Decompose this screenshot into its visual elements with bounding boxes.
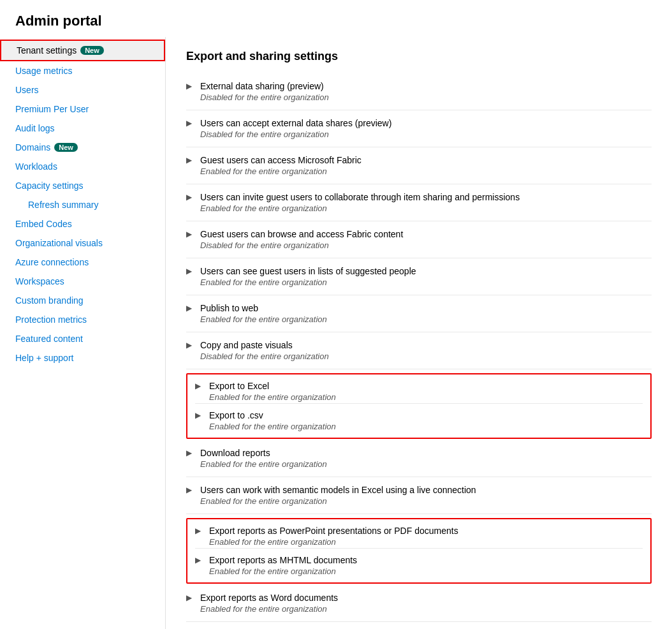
setting-row-export-to-csv: ▶Export to .csvEnabled for the entire or… [195, 410, 643, 431]
sidebar-item-featured-content[interactable]: Featured content [0, 329, 165, 348]
divider [186, 221, 652, 221]
divider [195, 548, 643, 549]
sidebar-item-organizational-visuals[interactable]: Organizational visuals [0, 233, 165, 253]
sidebar-item-workspaces[interactable]: Workspaces [0, 272, 165, 291]
setting-header-accept-external-data-shares[interactable]: ▶Users can accept external data shares (… [186, 118, 652, 128]
setting-name: Guest users can browse and access Fabric… [200, 229, 403, 239]
setting-name: Users can invite guest users to collabor… [200, 192, 520, 202]
setting-header-copy-paste-visuals[interactable]: ▶Copy and paste visuals [186, 340, 652, 350]
chevron-right-icon: ▶ [195, 411, 204, 420]
chevron-right-icon: ▶ [195, 556, 204, 565]
sidebar-item-label: Protection metrics [15, 314, 87, 325]
sidebar-item-capacity-settings[interactable]: Capacity settings [0, 176, 165, 195]
setting-row: ▶External data sharing (preview)Disabled… [186, 81, 652, 102]
setting-header-export-word-docs[interactable]: ▶Export reports as Word documents [186, 593, 652, 603]
sidebar-item-label: Workspaces [15, 276, 64, 286]
chevron-right-icon: ▶ [186, 193, 195, 202]
divider [186, 477, 652, 477]
setting-header-guest-browse-fabric[interactable]: ▶Guest users can browse and access Fabri… [186, 229, 652, 239]
setting-status: Disabled for the entire organization [200, 241, 652, 250]
main-content: Export and sharing settings ▶External da… [166, 37, 672, 629]
sidebar-item-usage-metrics[interactable]: Usage metrics [0, 61, 165, 80]
setting-status: Enabled for the entire organization [200, 459, 652, 469]
sidebar-item-label: Azure connections [15, 257, 89, 267]
chevron-right-icon: ▶ [186, 341, 195, 350]
page-title: Admin portal [0, 0, 672, 37]
sidebar-item-label: Usage metrics [15, 66, 72, 76]
divider [186, 369, 652, 369]
sidebar-item-refresh-summary[interactable]: Refresh summary [0, 195, 165, 214]
setting-header-guest-users-suggested[interactable]: ▶Users can see guest users in lists of s… [186, 266, 652, 276]
sidebar-item-azure-connections[interactable]: Azure connections [0, 253, 165, 272]
sidebar-item-label: Capacity settings [15, 181, 84, 191]
divider [186, 184, 652, 184]
setting-row: ▶Publish to webEnabled for the entire or… [186, 303, 652, 324]
setting-item-guest-access-fabric: ▶Guest users can access Microsoft Fabric… [186, 149, 652, 182]
setting-name: Users can accept external data shares (p… [200, 118, 391, 128]
setting-name: Export to .csv [209, 410, 263, 420]
setting-header-export-reports-mhtml[interactable]: ▶Export reports as MHTML documents [195, 555, 643, 565]
setting-group-group1: ▶Export to ExcelEnabled for the entire o… [186, 373, 652, 439]
sidebar-item-embed-codes[interactable]: Embed Codes [0, 214, 165, 233]
chevron-right-icon: ▶ [195, 381, 204, 390]
setting-name: Export reports as MHTML documents [209, 555, 357, 565]
sidebar-item-label: Featured content [15, 334, 83, 344]
chevron-right-icon: ▶ [186, 156, 195, 165]
setting-item-guest-users-suggested: ▶Users can see guest users in lists of s… [186, 260, 652, 293]
setting-header-invite-guest-users[interactable]: ▶Users can invite guest users to collabo… [186, 192, 652, 202]
setting-item-accept-external-data-shares: ▶Users can accept external data shares (… [186, 112, 652, 145]
setting-row: ▶Users can invite guest users to collabo… [186, 192, 652, 213]
sidebar-item-audit-logs[interactable]: Audit logs [0, 119, 165, 138]
divider [195, 403, 643, 404]
sidebar-item-tenant-settings[interactable]: Tenant settingsNew [0, 40, 165, 61]
setting-name: Copy and paste visuals [200, 340, 293, 350]
setting-row: ▶Users can see guest users in lists of s… [186, 266, 652, 287]
setting-header-download-reports[interactable]: ▶Download reports [186, 448, 652, 458]
sidebar-item-label: Domains [15, 142, 50, 152]
setting-row: ▶Guest users can browse and access Fabri… [186, 229, 652, 250]
sidebar-item-protection-metrics[interactable]: Protection metrics [0, 310, 165, 329]
setting-name: External data sharing (preview) [200, 81, 324, 91]
setting-header-external-data-sharing[interactable]: ▶External data sharing (preview) [186, 81, 652, 91]
divider [186, 147, 652, 147]
sidebar-item-label: Refresh summary [28, 200, 98, 210]
sidebar-item-label: Audit logs [15, 123, 54, 133]
divider [186, 110, 652, 110]
new-badge: New [80, 46, 104, 55]
setting-name: Export to Excel [209, 381, 269, 391]
setting-row: ▶Users can accept external data shares (… [186, 118, 652, 139]
setting-item-copy-paste-visuals: ▶Copy and paste visualsDisabled for the … [186, 334, 652, 367]
setting-header-semantic-models-excel[interactable]: ▶Users can work with semantic models in … [186, 485, 652, 495]
sidebar-item-domains[interactable]: DomainsNew [0, 138, 165, 157]
setting-status: Disabled for the entire organization [200, 352, 652, 361]
setting-row: ▶Export reports as Word documentsEnabled… [186, 593, 652, 614]
setting-status: Enabled for the entire organization [209, 537, 643, 547]
setting-row-export-reports-ppt-pdf: ▶Export reports as PowerPoint presentati… [195, 526, 643, 550]
sidebar-item-premium-per-user[interactable]: Premium Per User [0, 100, 165, 119]
divider [186, 514, 652, 514]
chevron-right-icon: ▶ [186, 119, 195, 128]
chevron-right-icon: ▶ [195, 526, 204, 535]
setting-header-export-to-excel[interactable]: ▶Export to Excel [195, 381, 643, 391]
setting-status: Enabled for the entire organization [209, 422, 643, 431]
setting-item-export-word-docs: ▶Export reports as Word documentsEnabled… [186, 586, 652, 620]
divider [186, 295, 652, 295]
chevron-right-icon: ▶ [186, 485, 195, 494]
setting-status: Enabled for the entire organization [200, 166, 652, 176]
setting-status: Enabled for the entire organization [200, 604, 652, 614]
sidebar-item-label: Workloads [15, 161, 57, 172]
setting-header-guest-access-fabric[interactable]: ▶Guest users can access Microsoft Fabric [186, 155, 652, 165]
sidebar-item-custom-branding[interactable]: Custom branding [0, 291, 165, 310]
chevron-right-icon: ▶ [186, 82, 195, 91]
setting-header-publish-to-web[interactable]: ▶Publish to web [186, 303, 652, 313]
sidebar: Tenant settingsNewUsage metricsUsersPrem… [0, 37, 166, 629]
setting-row-export-to-excel: ▶Export to ExcelEnabled for the entire o… [195, 381, 643, 405]
divider [186, 621, 652, 622]
sidebar-item-workloads[interactable]: Workloads [0, 157, 165, 176]
setting-header-export-to-csv[interactable]: ▶Export to .csv [195, 410, 643, 420]
sidebar-item-help-support[interactable]: Help + support [0, 348, 165, 367]
chevron-right-icon: ▶ [186, 267, 195, 276]
chevron-right-icon: ▶ [186, 304, 195, 313]
sidebar-item-users[interactable]: Users [0, 80, 165, 100]
setting-header-export-reports-ppt-pdf[interactable]: ▶Export reports as PowerPoint presentati… [195, 526, 643, 536]
